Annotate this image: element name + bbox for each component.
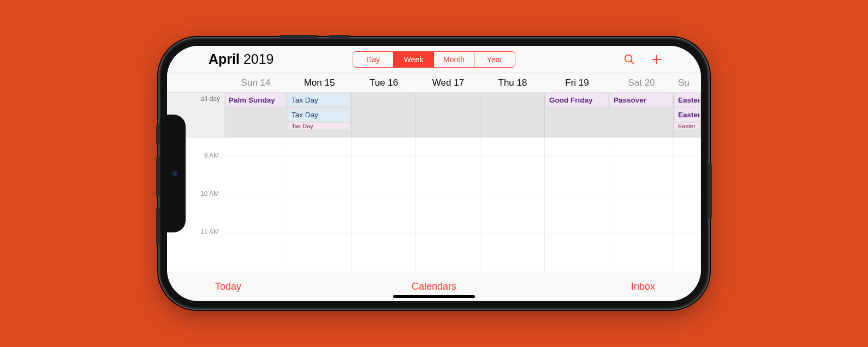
all-day-grid: Palm Sunday Tax Day Good Friday Passover… (224, 93, 701, 137)
title-year: 2019 (243, 51, 274, 67)
hour-label-10: 10 AM (200, 190, 219, 198)
search-icon[interactable] (623, 53, 635, 65)
phone-button-mute (329, 35, 349, 38)
view-switcher: Day Week Month Year (353, 51, 515, 68)
all-day-section: all-day Palm Sunday Tax Day Good Friday … (167, 93, 701, 137)
seg-week[interactable]: Week (394, 52, 434, 67)
day-header-row: Sun 14 Mon 15 Tue 16 Wed 17 Thu 18 Fri 1… (167, 73, 701, 93)
hour-grid-section: 9 AM 10 AM 11 AM (167, 137, 701, 272)
screen: April 2019 Day Week Month Year (167, 46, 701, 301)
hour-grid[interactable] (224, 137, 701, 272)
event-palm-sunday[interactable]: Palm Sunday (225, 93, 286, 106)
day-header-fri[interactable]: Fri 19 (545, 73, 609, 92)
camera-dot (173, 171, 178, 176)
event-easter-2[interactable]: Easter (675, 108, 699, 121)
hour-label-9: 9 AM (204, 152, 219, 159)
svg-point-0 (625, 55, 632, 62)
phone-button-side-3 (156, 207, 159, 246)
seg-day[interactable]: Day (353, 52, 394, 67)
add-icon[interactable] (651, 53, 663, 65)
svg-line-1 (631, 61, 634, 63)
day-header-thu[interactable]: Thu 18 (480, 73, 545, 92)
page-title: April 2019 (209, 51, 274, 67)
phone-frame: April 2019 Day Week Month Year (158, 37, 710, 310)
event-tax-day-1[interactable]: Tax Day (288, 93, 350, 106)
event-good-friday[interactable]: Good Friday (546, 93, 608, 106)
event-tax-day-3[interactable]: Tax Day (288, 123, 350, 129)
time-gutter-header (167, 73, 224, 92)
home-indicator[interactable] (393, 295, 475, 298)
seg-month[interactable]: Month (434, 52, 474, 67)
title-month: April (209, 51, 240, 67)
phone-button-side-1 (156, 125, 159, 145)
day-header-tue[interactable]: Tue 16 (352, 73, 416, 92)
day-header-next-sun[interactable]: Su (674, 73, 701, 92)
event-tax-day-2[interactable]: Tax Day (288, 108, 350, 121)
event-passover[interactable]: Passover (610, 93, 672, 106)
event-easter-1[interactable]: Easter (675, 93, 699, 106)
inbox-button[interactable]: Inbox (631, 281, 655, 292)
day-header-sat[interactable]: Sat 20 (609, 73, 674, 92)
seg-year[interactable]: Year (474, 52, 515, 67)
day-header-wed[interactable]: Wed 17 (416, 73, 480, 92)
day-header-sun[interactable]: Sun 14 (224, 73, 287, 92)
event-easter-3[interactable]: Easter (675, 123, 699, 129)
phone-button-power (709, 164, 712, 218)
day-header-mon[interactable]: Mon 15 (287, 73, 352, 92)
phone-button-side-2 (156, 158, 159, 196)
calendars-button[interactable]: Calendars (412, 281, 456, 292)
calendar-header: April 2019 Day Week Month Year (167, 46, 701, 73)
hour-label-11: 11 AM (200, 228, 219, 236)
header-actions (623, 53, 663, 65)
device-notch (167, 115, 186, 232)
phone-button-volume (280, 35, 318, 38)
today-button[interactable]: Today (215, 281, 241, 292)
